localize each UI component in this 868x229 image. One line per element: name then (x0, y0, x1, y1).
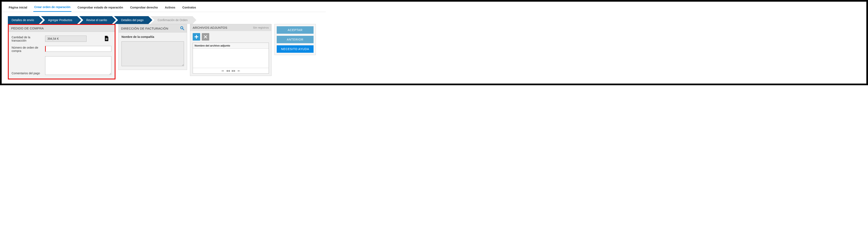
delete-attachment-button[interactable] (202, 33, 209, 40)
wizard-steps: Detalles de envío Agregar Productos Revi… (2, 12, 326, 24)
po-number-input[interactable] (45, 46, 111, 52)
add-attachment-button[interactable] (193, 33, 200, 40)
billing-title: DIRECCIÓN DE FACTURACIÓN (121, 27, 168, 30)
attachments-list-header: Nombre del archivo adjunto (193, 43, 269, 48)
attachments-panel: ARCHIVOS ADJUNTOS Sin registros Nombre d… (190, 24, 272, 76)
transaction-amount-label: Cantidad de la transacción (11, 36, 43, 42)
purchase-order-title: PEDIDO DE COMPRA (9, 25, 115, 32)
attachments-list: Nombre del archivo adjunto ⏮ ◀◀ ▶▶ ⏭ (193, 43, 269, 74)
billing-address-panel: DIRECCIÓN DE FACTURACIÓN Nombre de la co… (118, 24, 187, 70)
tab-contracts[interactable]: Contratos (182, 4, 197, 11)
action-buttons-panel: ACEPTAR ANTERIOR NECESITO AYUDA (274, 24, 316, 55)
attachments-list-body (193, 48, 269, 68)
attachments-pager: ⏮ ◀◀ ▶▶ ⏭ (193, 68, 269, 73)
payment-comments-textarea[interactable] (45, 56, 111, 75)
search-icon[interactable] (180, 26, 184, 31)
attachments-title: ARCHIVOS ADJUNTOS (193, 26, 227, 29)
help-button[interactable]: NECESITO AYUDA (277, 45, 314, 53)
step-review-cart[interactable]: Revise el carrito (79, 16, 112, 24)
company-name-label: Nombre de la compañía (122, 35, 184, 38)
pager-prev-icon[interactable]: ◀◀ (226, 69, 230, 72)
step-add-products[interactable]: Agregar Productos (41, 16, 77, 24)
purchase-order-panel: PEDIDO DE COMPRA Cantidad de la transacc… (8, 24, 116, 79)
close-icon (204, 35, 207, 38)
document-icon[interactable] (104, 36, 112, 42)
svg-line-1 (183, 29, 184, 30)
tab-assets[interactable]: Activos (164, 4, 176, 11)
main-content: PEDIDO DE COMPRA Cantidad de la transacc… (2, 24, 326, 84)
step-shipping-details[interactable]: Detalles de envío (8, 16, 39, 24)
top-nav: Página inicial Crear orden de reparación… (2, 2, 326, 12)
pager-first-icon[interactable]: ⏮ (221, 69, 224, 72)
step-order-confirmation: Confirmación de Orden (151, 16, 192, 24)
pager-last-icon[interactable]: ⏭ (238, 69, 240, 72)
accept-button[interactable]: ACEPTAR (277, 26, 314, 34)
tab-check-repair-status[interactable]: Comprobar estado de reparación (77, 4, 124, 11)
tab-check-right[interactable]: Comprobar derecho (129, 4, 159, 11)
company-name-textarea[interactable] (122, 41, 184, 66)
svg-point-0 (181, 27, 183, 29)
po-number-label: Número de orden de compra (11, 46, 43, 53)
tab-home[interactable]: Página inicial (8, 4, 28, 11)
plus-icon (194, 35, 198, 39)
attachments-empty-text: Sin registros (253, 26, 269, 29)
step-payment-details[interactable]: Detalles del pago (114, 16, 148, 24)
pager-next-icon[interactable]: ▶▶ (232, 69, 236, 72)
payment-comments-label: Comentarios del pago (11, 72, 43, 75)
previous-button[interactable]: ANTERIOR (277, 36, 314, 43)
tab-create-repair-order[interactable]: Crear orden de reparación (33, 4, 71, 12)
transaction-amount-value: 394,54 € (45, 36, 87, 42)
